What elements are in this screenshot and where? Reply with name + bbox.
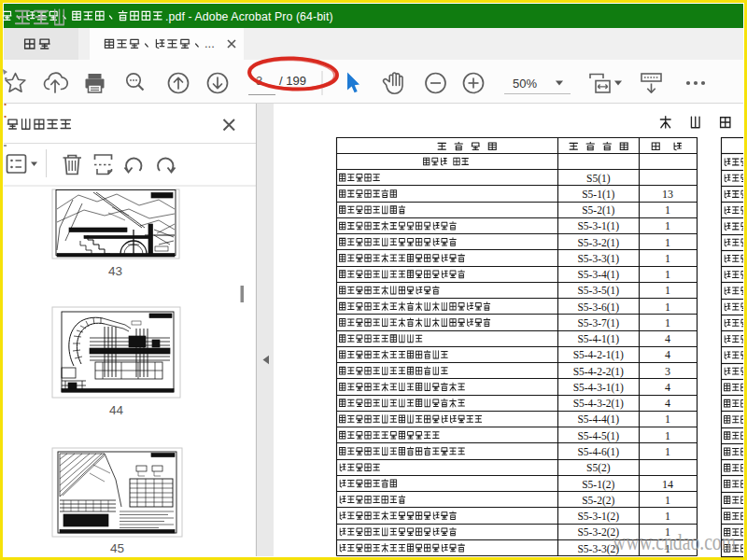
svg-text:1: 1 [665,429,670,442]
svg-text:3: 3 [665,365,670,378]
svg-text:50%: 50% [513,77,537,91]
svg-text:.pdf - Adobe Acrobat Pro (64-b: .pdf - Adobe Acrobat Pro (64-bit) [165,10,333,23]
svg-text:/ 199: / 199 [279,74,306,88]
svg-text:S5-4-2-1(1): S5-4-2-1(1) [573,349,624,361]
svg-text:S5-2(2): S5-2(2) [582,495,614,507]
svg-text:S5-3-1(1): S5-3-1(1) [577,220,619,232]
svg-text:1: 1 [665,413,670,426]
svg-text:S5(1): S5(1) [586,173,611,185]
svg-text:1: 1 [665,236,670,249]
svg-text:1: 1 [665,268,670,281]
svg-text:4: 4 [665,348,670,361]
svg-text:S5-3-7(1): S5-3-7(1) [577,317,619,329]
svg-text:13: 13 [662,188,673,201]
svg-text:www.cndao.com: www.cndao.com [613,529,736,554]
svg-text:S5-2(1): S5-2(1) [582,204,614,217]
svg-text:S5-4-3-1(1): S5-4-3-1(1) [573,382,624,394]
svg-text:S5-3-4(1): S5-3-4(1) [577,269,619,281]
svg-text:4: 4 [665,381,670,394]
svg-text:S5-4-3-2(1): S5-4-3-2(1) [573,398,624,410]
svg-text:...: ... [204,36,215,50]
svg-text:S5-1(1): S5-1(1) [582,189,614,201]
svg-text:1: 1 [665,284,670,297]
svg-text:4: 4 [665,397,670,410]
svg-text:S5-4-1(1): S5-4-1(1) [577,333,619,345]
svg-text:S5-1(2): S5-1(2) [582,479,614,491]
svg-text:1: 1 [665,510,670,523]
svg-text:S5-4-6(1): S5-4-6(1) [577,446,619,458]
svg-text:S5-3-2(1): S5-3-2(1) [577,237,619,249]
svg-text:44: 44 [109,403,124,417]
svg-text:S5-4-5(1): S5-4-5(1) [577,430,619,442]
svg-text:1: 1 [665,203,670,217]
svg-text:1: 1 [665,301,670,314]
svg-text:14: 14 [662,478,673,491]
svg-text:S5(2): S5(2) [586,462,611,474]
svg-text:S5-3-3(1): S5-3-3(1) [577,253,619,265]
svg-text:45: 45 [110,541,124,555]
svg-text:43: 43 [108,264,122,278]
svg-text:1: 1 [665,252,670,265]
svg-text:S5-4-2-2(1): S5-4-2-2(1) [573,366,624,378]
svg-text:S5-4-4(1): S5-4-4(1) [577,413,619,426]
svg-text:4: 4 [665,332,670,345]
svg-text:S5-3-5(1): S5-3-5(1) [577,285,619,297]
svg-text:1: 1 [665,494,670,507]
svg-text:S5-3-1(2): S5-3-1(2) [577,511,619,523]
svg-text:1: 1 [665,219,670,232]
svg-text:1: 1 [665,445,670,458]
svg-text:S5-3-6(1): S5-3-6(1) [577,301,619,314]
svg-text:1: 1 [665,316,670,329]
